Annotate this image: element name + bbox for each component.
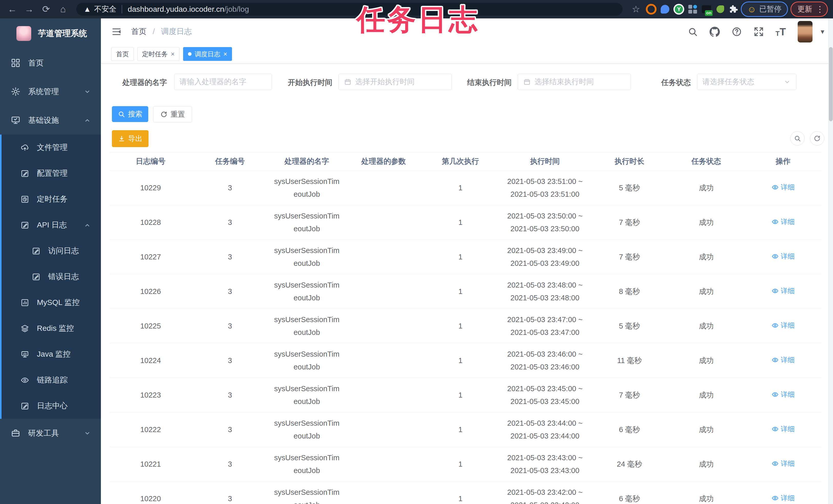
hamburger-icon[interactable] — [111, 27, 122, 36]
sidebar-item-scheduled-tasks[interactable]: 定时任务 — [2, 186, 101, 212]
cell-log-id: 10229 — [110, 181, 192, 194]
sidebar-item-home[interactable]: 首页 — [0, 49, 101, 77]
sidebar-item-infrastructure[interactable]: 基础设施 — [0, 106, 101, 134]
avatar-caret-icon[interactable]: ▾ — [821, 27, 824, 36]
reset-button[interactable]: 重置 — [153, 106, 192, 123]
sidebar-item-trace[interactable]: 链路追踪 — [2, 367, 101, 393]
extension-blue-icon[interactable] — [659, 4, 671, 15]
cell-status: 成功 — [668, 181, 745, 194]
back-icon[interactable]: ← — [5, 0, 20, 19]
status-select[interactable]: 请选择任务状态 — [697, 74, 796, 90]
help-icon[interactable] — [732, 27, 742, 37]
detail-link[interactable]: 详细 — [771, 181, 794, 194]
update-button[interactable]: 更新 ⋮ — [790, 2, 828, 17]
url-bar[interactable]: ▲ 不安全 dashboard.yudao.iocoder.cn/job/log — [76, 3, 622, 16]
edit-square-icon — [21, 402, 29, 410]
detail-link[interactable]: 详细 — [771, 284, 794, 297]
cell-handler-name: sysUserSessionTimeoutJob — [268, 175, 345, 201]
input-placeholder: 请输入处理器的名字 — [180, 77, 246, 87]
browser-menu-dots-icon[interactable]: ⋮ — [816, 4, 824, 14]
avatar[interactable] — [798, 21, 812, 43]
app-logo-row[interactable]: 芋道管理系统 — [0, 19, 101, 49]
eye-icon — [21, 376, 29, 384]
detail-link[interactable]: 详细 — [771, 319, 794, 332]
table-header-row: 日志编号 任务编号 处理器的名字 处理器的参数 第几次执行 执行时间 执行时长 … — [110, 152, 822, 171]
sidebar-item-mysql-monitor[interactable]: MySQL 监控 — [2, 289, 101, 316]
sidebar-item-dev-tools[interactable]: 研发工具 — [0, 419, 101, 448]
sidebar-item-api-log[interactable]: API 日志 — [2, 212, 101, 238]
update-label: 更新 — [798, 4, 812, 14]
extensions-puzzle-icon[interactable] — [729, 4, 738, 14]
chevron-down-icon — [84, 429, 91, 437]
search-icon[interactable] — [688, 27, 698, 37]
sidebar-item-access-log[interactable]: 访问日志 — [2, 238, 101, 264]
font-size-icon[interactable]: TT — [776, 27, 786, 37]
eye-icon — [771, 253, 779, 260]
detail-link[interactable]: 详细 — [771, 423, 794, 435]
start-time-picker[interactable]: 选择开始执行时间 — [338, 74, 452, 90]
cloud-upload-icon — [21, 143, 29, 152]
cell-handler-name: sysUserSessionTimeoutJob — [268, 313, 345, 339]
sidebar-item-label: 系统管理 — [28, 86, 59, 97]
refresh-table-button[interactable] — [810, 131, 824, 146]
sidebar-item-config-management[interactable]: 配置管理 — [2, 160, 101, 186]
forward-icon[interactable]: → — [22, 0, 37, 19]
sidebar-item-log-center[interactable]: 日志中心 — [2, 393, 101, 419]
detail-link[interactable]: 详细 — [771, 250, 794, 263]
scrollbar-thumb[interactable] — [829, 47, 833, 121]
eye-icon — [771, 322, 779, 329]
cell-exec-index: 1 — [422, 354, 499, 367]
sidebar-item-system-management[interactable]: 系统管理 — [0, 77, 101, 106]
eye-icon — [771, 184, 779, 191]
cell-job-id: 3 — [192, 285, 268, 298]
show-search-button[interactable] — [790, 131, 805, 146]
cell-duration: 7 毫秒 — [591, 388, 668, 401]
page-scrollbar[interactable] — [828, 19, 833, 504]
home-icon[interactable]: ⌂ — [56, 0, 70, 19]
filter-label-end-time: 结束执行时间 — [451, 77, 511, 88]
paused-badge[interactable]: ☺ 已暂停 — [741, 2, 788, 17]
extension-leaf-icon[interactable] — [715, 4, 726, 15]
cell-job-id: 3 — [192, 250, 268, 263]
handler-name-input[interactable]: 请输入处理器的名字 — [174, 74, 272, 90]
reset-label: 重置 — [170, 109, 185, 119]
fullscreen-icon[interactable] — [754, 27, 764, 37]
reload-icon[interactable]: ⟳ — [39, 0, 53, 19]
bookmark-star-icon[interactable]: ☆ — [629, 0, 643, 19]
tag-scheduled-tasks[interactable]: 定时任务 × — [137, 47, 180, 61]
cell-handler-name: sysUserSessionTimeoutJob — [268, 244, 345, 270]
cell-actions: 详细 — [745, 354, 822, 368]
tag-job-log-active[interactable]: 调度日志 × — [183, 47, 232, 61]
detail-link[interactable]: 详细 — [771, 388, 794, 401]
chevron-down-icon — [84, 88, 91, 95]
breadcrumb-current: 调度日志 — [161, 27, 192, 35]
github-icon[interactable] — [710, 27, 720, 37]
breadcrumb-home[interactable]: 首页 — [131, 27, 146, 35]
detail-link[interactable]: 详细 — [771, 492, 794, 504]
sidebar-item-label: Redis 监控 — [37, 323, 74, 334]
tag-label: 调度日志 — [195, 50, 220, 58]
detail-link[interactable]: 详细 — [771, 457, 794, 470]
search-button[interactable]: 搜索 — [112, 106, 148, 122]
detail-link[interactable]: 详细 — [771, 354, 794, 367]
end-time-picker[interactable]: 选择结束执行时间 — [518, 74, 631, 90]
cell-log-id: 10223 — [110, 388, 192, 401]
tag-home[interactable]: 首页 — [111, 47, 134, 61]
sidebar-menu: 首页系统管理基础设施文件管理配置管理定时任务API 日志访问日志错误日志MySQ… — [0, 49, 101, 448]
extension-green-y-icon[interactable]: Y — [673, 4, 685, 15]
detail-link[interactable]: 详细 — [771, 216, 794, 228]
extension-grid-icon[interactable] — [687, 4, 698, 15]
close-icon[interactable]: × — [171, 51, 175, 57]
sidebar-item-file-management[interactable]: 文件管理 — [2, 134, 101, 160]
close-icon[interactable]: × — [223, 51, 227, 57]
export-button[interactable]: 导出 — [112, 130, 148, 147]
sidebar-item-java-monitor[interactable]: Java 监控 — [2, 341, 101, 367]
sidebar-item-redis-monitor[interactable]: Redis 监控 — [2, 316, 101, 341]
cell-exec-time: 2021-05-03 23:50:00 ~2021-05-03 23:50:00 — [499, 209, 591, 235]
extension-orange-icon[interactable] — [646, 4, 657, 15]
sidebar-item-error-log[interactable]: 错误日志 — [2, 264, 101, 289]
infrastructure-submenu: 文件管理配置管理定时任务API 日志访问日志错误日志MySQL 监控Redis … — [0, 134, 101, 419]
cell-actions: 详细 — [745, 388, 822, 402]
extension-on-icon[interactable]: on — [701, 4, 712, 15]
cell-log-id: 10224 — [110, 354, 192, 367]
